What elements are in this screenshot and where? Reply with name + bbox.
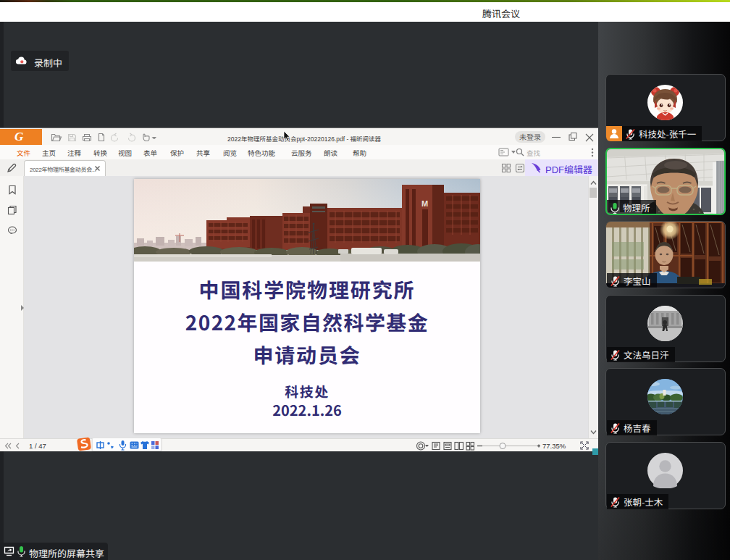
svg-text:M: M	[421, 199, 428, 208]
